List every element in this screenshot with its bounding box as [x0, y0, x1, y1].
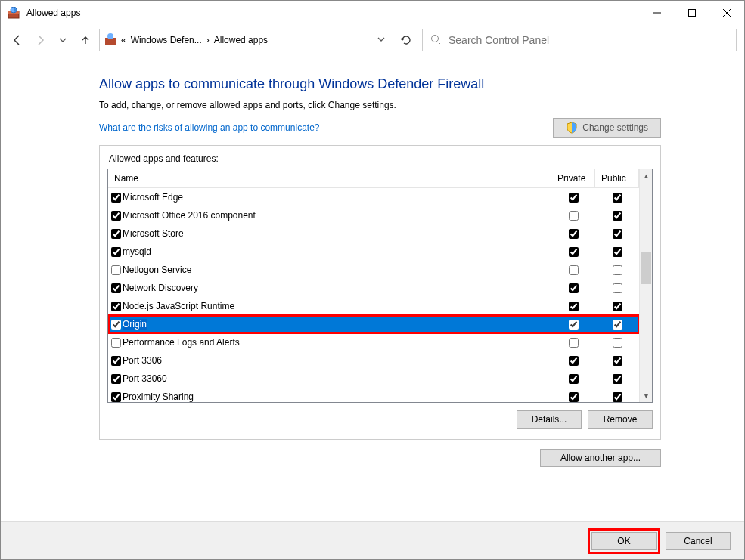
- refresh-button[interactable]: [395, 29, 418, 51]
- app-enabled-checkbox[interactable]: [111, 247, 121, 257]
- ok-button[interactable]: OK: [591, 532, 657, 550]
- main-content: Allow apps to communicate through Window…: [1, 55, 744, 521]
- table-row[interactable]: Port 33060: [108, 370, 639, 388]
- window-title: Allowed apps: [26, 8, 640, 18]
- app-private-checkbox[interactable]: [569, 193, 579, 203]
- app-enabled-checkbox[interactable]: [111, 193, 121, 203]
- app-public-checkbox[interactable]: [613, 356, 622, 366]
- recent-dropdown[interactable]: [54, 31, 72, 49]
- app-public-checkbox[interactable]: [613, 283, 622, 293]
- app-name-label: Network Discovery: [123, 283, 198, 293]
- table-row[interactable]: Microsoft Office 2016 component: [108, 206, 639, 224]
- table-row[interactable]: Proximity Sharing: [108, 388, 639, 402]
- col-name[interactable]: Name: [108, 169, 551, 187]
- app-public-checkbox[interactable]: [613, 229, 622, 239]
- close-button[interactable]: [709, 1, 744, 25]
- search-box[interactable]: [422, 29, 737, 51]
- allow-another-app-button[interactable]: Allow another app...: [540, 449, 661, 467]
- table-row[interactable]: Microsoft Store: [108, 224, 639, 243]
- app-enabled-checkbox[interactable]: [111, 229, 121, 239]
- app-private-checkbox[interactable]: [569, 283, 579, 293]
- app-enabled-checkbox[interactable]: [111, 392, 121, 402]
- app-private-checkbox[interactable]: [569, 229, 579, 239]
- app-name-label: Microsoft Store: [123, 228, 184, 239]
- app-name-label: Port 3306: [123, 355, 162, 366]
- breadcrumb[interactable]: « Windows Defen... › Allowed apps: [99, 29, 390, 51]
- table-row[interactable]: Port 3306: [108, 351, 639, 370]
- app-enabled-checkbox[interactable]: [111, 302, 121, 311]
- app-public-checkbox[interactable]: [613, 374, 622, 384]
- table-row[interactable]: Performance Logs and Alerts: [108, 333, 639, 351]
- table-row[interactable]: Microsoft Edge: [108, 188, 639, 206]
- app-name-label: Microsoft Edge: [123, 192, 183, 203]
- app-public-checkbox[interactable]: [613, 302, 622, 311]
- breadcrumb-seg1[interactable]: Windows Defen...: [131, 35, 202, 45]
- app-name-label: Netlogon Service: [123, 265, 191, 275]
- cancel-button[interactable]: Cancel: [666, 532, 731, 550]
- app-enabled-checkbox[interactable]: [111, 338, 121, 348]
- table-row[interactable]: mysqld: [108, 243, 639, 261]
- search-input[interactable]: [449, 34, 728, 46]
- apps-listbox: Name Private Public Microsoft EdgeMicros…: [107, 169, 653, 403]
- scroll-thumb[interactable]: [641, 252, 651, 284]
- app-enabled-checkbox[interactable]: [111, 374, 121, 384]
- window-controls: [640, 1, 744, 25]
- app-public-checkbox[interactable]: [613, 338, 622, 348]
- footer: OK Cancel: [1, 521, 744, 559]
- app-name-label: Proximity Sharing: [123, 391, 194, 402]
- app-name-label: Performance Logs and Alerts: [123, 337, 240, 348]
- app-enabled-checkbox[interactable]: [111, 283, 121, 293]
- app-private-checkbox[interactable]: [569, 211, 579, 221]
- table-row[interactable]: Netlogon Service: [108, 261, 639, 279]
- navbar: « Windows Defen... › Allowed apps: [1, 25, 744, 55]
- app-private-checkbox[interactable]: [569, 265, 579, 275]
- maximize-button[interactable]: [675, 1, 709, 25]
- svg-point-8: [107, 33, 113, 39]
- forward-button[interactable]: [31, 31, 49, 49]
- col-public[interactable]: Public: [595, 169, 639, 187]
- apps-panel: Allowed apps and features: Name Private …: [99, 145, 661, 440]
- app-private-checkbox[interactable]: [569, 320, 579, 330]
- app-private-checkbox[interactable]: [569, 247, 579, 257]
- breadcrumb-seg2[interactable]: Allowed apps: [214, 35, 268, 45]
- app-public-checkbox[interactable]: [613, 211, 622, 221]
- app-enabled-checkbox[interactable]: [111, 356, 121, 366]
- scrollbar[interactable]: ▲ ▼: [639, 169, 652, 402]
- back-button[interactable]: [8, 31, 26, 49]
- breadcrumb-dropdown[interactable]: [377, 35, 385, 45]
- shield-icon: [566, 122, 578, 134]
- svg-line-10: [438, 42, 440, 44]
- scroll-down-icon[interactable]: ▼: [640, 389, 653, 402]
- col-private[interactable]: Private: [551, 169, 595, 187]
- app-public-checkbox[interactable]: [613, 247, 622, 257]
- app-public-checkbox[interactable]: [613, 193, 622, 203]
- app-enabled-checkbox[interactable]: [111, 320, 121, 330]
- risks-link[interactable]: What are the risks of allowing an app to…: [99, 122, 319, 133]
- app-private-checkbox[interactable]: [569, 356, 579, 366]
- breadcrumb-chevrons: «: [121, 35, 126, 45]
- firewall-icon: [7, 6, 20, 20]
- table-row[interactable]: Origin: [108, 315, 639, 333]
- change-settings-button[interactable]: Change settings: [553, 118, 661, 138]
- app-enabled-checkbox[interactable]: [111, 265, 121, 275]
- table-row[interactable]: Node.js JavaScript Runtime: [108, 297, 639, 315]
- remove-button[interactable]: Remove: [588, 410, 653, 429]
- app-public-checkbox[interactable]: [613, 320, 622, 330]
- details-button[interactable]: Details...: [517, 410, 582, 429]
- change-settings-label: Change settings: [582, 122, 648, 133]
- app-name-label: Origin: [123, 319, 147, 330]
- app-private-checkbox[interactable]: [569, 374, 579, 384]
- table-row[interactable]: Network Discovery: [108, 279, 639, 297]
- app-public-checkbox[interactable]: [613, 265, 622, 275]
- app-private-checkbox[interactable]: [569, 338, 579, 348]
- breadcrumb-sep: ›: [206, 35, 210, 45]
- up-button[interactable]: [76, 31, 95, 49]
- app-public-checkbox[interactable]: [613, 392, 622, 402]
- app-private-checkbox[interactable]: [569, 392, 579, 402]
- app-private-checkbox[interactable]: [569, 302, 579, 311]
- scroll-up-icon[interactable]: ▲: [640, 169, 653, 182]
- app-name-label: Microsoft Office 2016 component: [123, 210, 256, 221]
- app-enabled-checkbox[interactable]: [111, 211, 121, 221]
- page-title: Allow apps to communicate through Window…: [99, 76, 661, 92]
- minimize-button[interactable]: [640, 1, 675, 25]
